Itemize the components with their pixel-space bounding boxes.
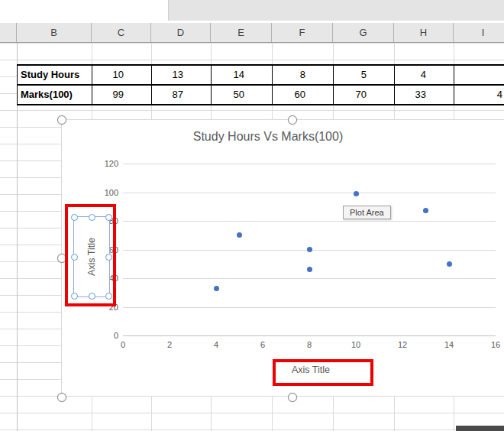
excel-window: B C D E F G H I Study Hours 10 13 14 8 5… [0, 0, 504, 431]
column-header-e[interactable]: E [211, 23, 272, 42]
cell-value[interactable]: 5 [334, 66, 395, 84]
chart-gridline [123, 278, 496, 279]
top-strip [0, 0, 504, 23]
chart-resize-handle[interactable] [288, 393, 297, 402]
cell-value[interactable]: 87 [152, 86, 212, 104]
cell-value[interactable]: 99 [92, 86, 152, 104]
chart-gridline [123, 193, 496, 193]
chart-resize-handle[interactable] [288, 115, 297, 125]
x-axis-tick-label: 4 [205, 340, 228, 349]
row-header-column[interactable] [0, 23, 17, 42]
x-axis-tick-label: 8 [298, 340, 321, 349]
formula-bar-area[interactable] [168, 0, 504, 21]
scatter-data-point[interactable] [214, 286, 219, 291]
table-row-study-hours: Study Hours 10 13 14 8 5 4 [17, 64, 504, 84]
column-header-f[interactable]: F [272, 23, 333, 42]
scatter-data-point[interactable] [354, 191, 359, 196]
cell-value[interactable]: 8 [273, 66, 334, 84]
x-axis-tick-label: 14 [438, 340, 460, 349]
column-header-b[interactable]: B [17, 23, 92, 42]
y-axis-tick-label: 120 [88, 159, 118, 168]
x-axis-tick-label: 6 [251, 340, 274, 349]
x-axis-tick-label: 16 [484, 340, 504, 349]
chart-gridline [123, 164, 496, 164]
highlight-rectangle-x-axis-title [273, 359, 373, 386]
cell-value[interactable]: 50 [212, 86, 273, 104]
column-header-row: B C D E F G H I [0, 23, 504, 43]
cell-value[interactable]: 4 [454, 86, 504, 104]
column-header-i[interactable]: I [454, 23, 504, 42]
x-axis-tick-label: 12 [391, 340, 414, 349]
column-header-d[interactable]: D [151, 23, 211, 42]
y-axis-tick-label: 100 [88, 188, 118, 197]
x-axis-tick-label: 10 [344, 340, 367, 349]
chart-gridline [123, 307, 496, 308]
chart-resize-handle[interactable] [57, 115, 66, 125]
scatter-data-point[interactable] [237, 232, 242, 238]
y-axis-tick-label: 0 [88, 331, 118, 340]
scatter-data-point[interactable] [423, 208, 428, 213]
cell-value[interactable]: 33 [395, 86, 454, 104]
cell-marks-label[interactable]: Marks(100) [18, 86, 92, 104]
cell-value[interactable]: 60 [273, 86, 334, 104]
chart-gridline [123, 221, 496, 222]
chart-title[interactable]: Study Hours Vs Marks(100) [62, 130, 474, 144]
scatter-data-point[interactable] [307, 247, 312, 252]
chart-resize-handle[interactable] [57, 393, 66, 402]
x-axis-tick-label: 2 [158, 340, 181, 349]
cell-value[interactable]: 4 [395, 66, 454, 84]
table-row-marks: Marks(100) 99 87 50 60 70 33 4 [17, 84, 504, 105]
column-header-h[interactable]: H [394, 23, 454, 42]
cell-value[interactable]: 10 [92, 66, 152, 84]
x-axis-tick-label: 0 [111, 340, 134, 349]
cell-value[interactable]: 70 [334, 86, 395, 104]
x-axis-line [123, 335, 496, 336]
bottom-right-bar [456, 426, 504, 431]
cell-study-hours-label[interactable]: Study Hours [18, 66, 92, 84]
cell-value[interactable] [454, 66, 504, 84]
chart[interactable]: Study Hours Vs Marks(100) Axis Title Axi… [61, 119, 504, 397]
column-header-g[interactable]: G [333, 23, 394, 42]
cell-value[interactable]: 13 [152, 66, 212, 84]
scatter-data-point[interactable] [447, 261, 452, 267]
scatter-data-point[interactable] [307, 267, 312, 272]
plot-area-tooltip: Plot Area [343, 206, 391, 219]
cell-value[interactable]: 14 [212, 66, 273, 84]
column-header-c[interactable]: C [92, 23, 151, 42]
data-table: Study Hours 10 13 14 8 5 4 Marks(100) 99… [17, 64, 504, 105]
highlight-rectangle-y-axis-title [65, 204, 116, 306]
